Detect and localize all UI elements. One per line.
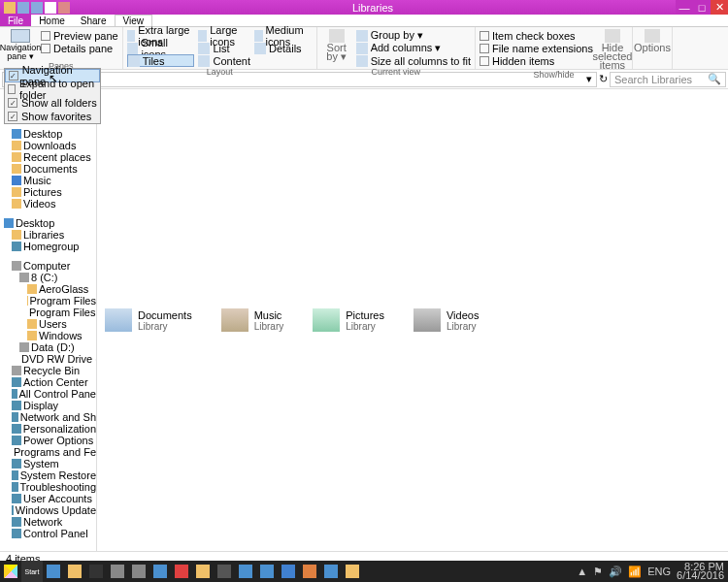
tree-folder[interactable]: Windows xyxy=(0,330,96,341)
tree-sysrestore[interactable]: System Restore xyxy=(0,469,96,481)
tree-videos[interactable]: Videos xyxy=(0,198,96,210)
tree-folder[interactable]: Users xyxy=(0,318,96,330)
options-button[interactable]: Options xyxy=(637,29,668,57)
tree-personalization[interactable]: Personalization xyxy=(0,423,96,435)
tree-folder[interactable]: Program Files xyxy=(0,295,96,307)
details-pane-button[interactable]: Details pane xyxy=(41,42,118,54)
taskbar-app[interactable] xyxy=(235,561,256,582)
dropdown-showfav[interactable]: ✓Show favorites xyxy=(5,110,100,123)
tree-downloads[interactable]: Downloads xyxy=(0,140,96,151)
tree-desktop-root[interactable]: Desktop xyxy=(0,217,96,229)
tiles-button[interactable]: Tiles xyxy=(127,54,195,67)
tree-recycle[interactable]: Recycle Bin xyxy=(0,365,96,376)
add-columns-button[interactable]: Add columns ▾ xyxy=(356,42,471,54)
tree-desktop[interactable]: Desktop xyxy=(0,128,96,140)
tree-music[interactable]: Music xyxy=(0,175,96,186)
taskbar-app[interactable] xyxy=(149,561,171,582)
tree-network-sharing[interactable]: Network and Sh xyxy=(0,411,96,423)
share-tab[interactable]: Share xyxy=(73,15,115,26)
list-button[interactable]: List xyxy=(198,42,250,54)
navigation-tree[interactable]: Desktop Downloads Recent places Document… xyxy=(0,89,97,551)
minimize-button[interactable]: — xyxy=(676,0,693,15)
taskbar[interactable]: Start ▲ ⚑ 🔊 📶 ENG 8:26 PM6/14/2016 xyxy=(0,561,728,582)
group-by-button[interactable]: Group by ▾ xyxy=(356,29,471,42)
tree-drive-c[interactable]: 8 (C:) xyxy=(0,272,96,283)
tree-display[interactable]: Display xyxy=(0,400,96,411)
taskbar-app[interactable] xyxy=(192,561,214,582)
maximize-button[interactable]: □ xyxy=(693,0,711,15)
system-tray[interactable]: ▲ ⚑ 🔊 📶 ENG 8:26 PM6/14/2016 xyxy=(577,563,728,580)
tree-documents[interactable]: Documents xyxy=(0,163,96,175)
library-videos[interactable]: VideosLibrary xyxy=(414,105,479,535)
medium-icons-button[interactable]: Medium icons xyxy=(254,29,313,42)
taskbar-app[interactable] xyxy=(256,561,278,582)
hidden-items-toggle[interactable]: Hidden items xyxy=(480,54,593,67)
tray-icon[interactable]: 🔊 xyxy=(609,566,622,578)
tree-recent[interactable]: Recent places xyxy=(0,151,96,163)
lang-indicator[interactable]: ENG xyxy=(647,566,671,577)
taskbar-app[interactable] xyxy=(128,561,149,582)
home-tab[interactable]: Home xyxy=(31,15,73,26)
library-documents[interactable]: DocumentsLibrary xyxy=(105,105,192,535)
content-area[interactable]: DocumentsLibrary MusicLibrary PicturesLi… xyxy=(97,89,728,551)
tree-programs[interactable]: Programs and Fe xyxy=(0,446,96,458)
file-tab[interactable]: File xyxy=(0,15,31,26)
file-name-extensions-toggle[interactable]: File name extensions xyxy=(480,42,593,54)
tree-folder[interactable]: Program Files ( xyxy=(0,307,96,318)
tree-useraccounts[interactable]: User Accounts xyxy=(0,493,96,504)
tree-drive-d[interactable]: Data (D:) xyxy=(0,341,96,353)
taskbar-app[interactable] xyxy=(43,561,64,582)
taskbar-app[interactable] xyxy=(278,561,299,582)
taskbar-app[interactable] xyxy=(214,561,235,582)
start-label[interactable]: Start xyxy=(21,561,43,582)
drive-icon xyxy=(19,273,29,282)
qat-icon[interactable] xyxy=(58,2,70,14)
tree-libraries[interactable]: Libraries xyxy=(0,229,96,241)
qat-icon[interactable] xyxy=(31,2,43,14)
tree-folder[interactable]: AeroGlass xyxy=(0,283,96,295)
tree-dvd[interactable]: DVD RW Drive (J: xyxy=(0,353,96,365)
tree-all-cp[interactable]: All Control Pane xyxy=(0,388,96,400)
tree-computer[interactable]: Computer xyxy=(0,260,96,272)
details-button[interactable]: Details xyxy=(254,42,313,54)
qat-icon[interactable] xyxy=(17,2,29,14)
tree-pictures[interactable]: Pictures xyxy=(0,186,96,198)
tree-winupdate[interactable]: Windows Update xyxy=(0,504,96,516)
sort-by-button[interactable]: Sort by ▾ xyxy=(321,29,352,67)
dropdown-expand[interactable]: Expand to open folder xyxy=(5,82,100,96)
tree-control-panel[interactable]: Control Panel xyxy=(0,528,96,539)
item-check-boxes-toggle[interactable]: Item check boxes xyxy=(480,29,593,42)
tree-system[interactable]: System xyxy=(0,458,96,469)
taskbar-app[interactable] xyxy=(171,561,192,582)
tree-action-center[interactable]: Action Center xyxy=(0,376,96,388)
tree-power[interactable]: Power Options xyxy=(0,435,96,446)
tree-network[interactable]: Network xyxy=(0,516,96,528)
navigation-pane-button[interactable]: Navigation pane ▾ xyxy=(4,29,37,61)
preview-pane-button[interactable]: Preview pane xyxy=(41,29,118,42)
library-music[interactable]: MusicLibrary xyxy=(221,105,284,535)
tray-icon[interactable]: ⚑ xyxy=(593,566,603,578)
large-icons-button[interactable]: Large icons xyxy=(198,29,250,42)
taskbar-app[interactable] xyxy=(342,561,363,582)
clock[interactable]: 8:26 PM6/14/2016 xyxy=(677,563,724,580)
content-button[interactable]: Content xyxy=(198,54,250,67)
taskbar-app[interactable] xyxy=(299,561,320,582)
start-button[interactable] xyxy=(0,561,21,582)
close-button[interactable]: ✕ xyxy=(711,0,728,15)
taskbar-app[interactable] xyxy=(107,561,128,582)
tree-homegroup[interactable]: Homegroup xyxy=(0,241,96,252)
qat-icon[interactable] xyxy=(45,2,56,14)
qat-icon[interactable] xyxy=(4,2,16,14)
taskbar-app[interactable] xyxy=(320,561,342,582)
taskbar-app[interactable] xyxy=(85,561,107,582)
folder-icon xyxy=(12,152,21,162)
size-columns-button[interactable]: Size all columns to fit xyxy=(356,54,471,67)
taskbar-app[interactable] xyxy=(64,561,85,582)
tray-icon[interactable]: ▲ xyxy=(577,566,587,577)
library-pictures[interactable]: PicturesLibrary xyxy=(313,105,384,535)
tree-troubleshoot[interactable]: Troubleshooting xyxy=(0,481,96,493)
small-icons-button[interactable]: Small icons xyxy=(127,42,195,54)
tray-icon[interactable]: 📶 xyxy=(628,566,642,578)
cpl-icon xyxy=(12,529,21,538)
hide-selected-button[interactable]: Hide selected items xyxy=(597,29,628,70)
